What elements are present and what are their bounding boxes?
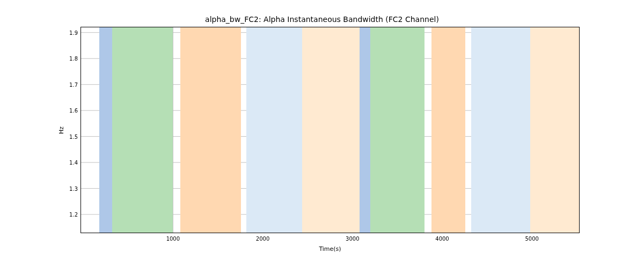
- y-axis-label: Hz: [58, 126, 65, 133]
- background-span: [370, 27, 424, 233]
- chart-title: alpha_bw_FC2: Alpha Instantaneous Bandwi…: [0, 15, 644, 24]
- axes: 1.21.31.41.51.61.71.81.9 100020003000400…: [80, 27, 580, 233]
- y-tick-label: 1.7: [69, 81, 81, 87]
- background-span: [471, 27, 530, 233]
- plot-area: [81, 27, 579, 233]
- x-tick-label: 2000: [256, 233, 269, 242]
- background-span: [112, 27, 173, 233]
- background-span: [360, 27, 370, 233]
- y-tick-label: 1.5: [69, 133, 81, 139]
- x-tick-label: 5000: [525, 233, 538, 242]
- x-tick-label: 4000: [435, 233, 449, 242]
- x-tick-label: 3000: [346, 233, 359, 242]
- y-tick-label: 1.9: [69, 29, 81, 35]
- x-axis-label: Time(s): [319, 233, 341, 252]
- background-span: [246, 27, 302, 233]
- background-span: [99, 27, 112, 233]
- y-tick-label: 1.8: [69, 56, 81, 62]
- background-span: [302, 27, 360, 233]
- background-span: [431, 27, 466, 233]
- figure: alpha_bw_FC2: Alpha Instantaneous Bandwi…: [0, 0, 644, 268]
- y-tick-label: 1.4: [69, 160, 81, 166]
- y-tick-label: 1.2: [69, 212, 81, 218]
- background-span: [180, 27, 241, 233]
- background-span: [530, 27, 579, 233]
- y-tick-label: 1.3: [69, 185, 81, 191]
- x-tick-label: 1000: [166, 233, 180, 242]
- y-tick-label: 1.6: [69, 108, 81, 114]
